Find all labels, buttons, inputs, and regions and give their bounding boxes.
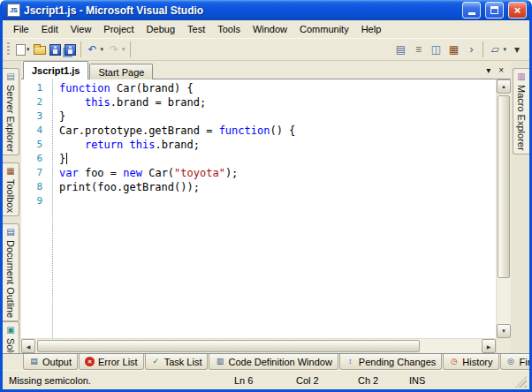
document-tab-start-page[interactable]: Start Page bbox=[89, 64, 153, 79]
scroll-up-icon[interactable]: ▲ bbox=[497, 79, 511, 94]
command-window-button[interactable]: › bbox=[462, 40, 480, 59]
menu-tools[interactable]: Tools bbox=[211, 21, 247, 37]
panel-tab-code-definition-window[interactable]: ▥Code Definition Window bbox=[209, 354, 338, 370]
panel-tab-pending-changes[interactable]: ↕Pending Changes bbox=[339, 354, 442, 370]
line-number[interactable]: 7 bbox=[21, 166, 49, 180]
menu-file[interactable]: File bbox=[7, 21, 35, 37]
line-number[interactable]: 4 bbox=[21, 124, 49, 138]
line-number[interactable]: 6 bbox=[21, 152, 49, 166]
line-number[interactable]: 2 bbox=[21, 95, 49, 109]
menu-view[interactable]: View bbox=[65, 21, 98, 37]
line-number[interactable]: 8 bbox=[21, 180, 49, 194]
document-tab-jscript1-js[interactable]: Jscript1.js bbox=[23, 61, 88, 79]
document-tabs: Jscript1.jsStart Page ▾ × bbox=[21, 61, 511, 79]
toolbar-options-button[interactable]: ▾ bbox=[508, 40, 526, 59]
maximize-button[interactable] bbox=[485, 2, 504, 19]
line-number[interactable]: 1 bbox=[21, 81, 49, 95]
code-segment: () { bbox=[270, 124, 295, 137]
left-tab-toolbox[interactable]: ▦Toolbox bbox=[3, 162, 19, 216]
panel-tab-output[interactable]: ▤Output bbox=[23, 354, 78, 370]
active-files-dropdown-icon[interactable]: ▾ bbox=[486, 66, 490, 75]
toolbar-grip[interactable] bbox=[7, 42, 10, 57]
title-bar[interactable]: JS Jscript1.js - Microsoft Visual Studio… bbox=[3, 0, 529, 20]
error-list-icon: × bbox=[85, 357, 95, 366]
menu-window[interactable]: Window bbox=[247, 21, 293, 37]
code-text: } bbox=[49, 109, 65, 124]
h-scroll-thumb[interactable] bbox=[37, 340, 420, 352]
code-line-8: 8print(foo.getBrand()); bbox=[21, 180, 496, 194]
panel-tab-find-sy[interactable]: ◎Find Sy bbox=[500, 354, 529, 370]
tab-label-server-explorer: Server Explorer bbox=[5, 85, 16, 152]
scroll-left-icon[interactable]: ◀ bbox=[21, 339, 35, 353]
pending-changes-icon: ↕ bbox=[346, 357, 355, 366]
menu-project[interactable]: Project bbox=[97, 21, 140, 37]
code-segment bbox=[59, 96, 85, 109]
code-line-1: 1function Car(brand) { bbox=[21, 81, 496, 95]
left-tab-solutio[interactable]: ▣Solutio bbox=[3, 321, 19, 353]
open-file-button[interactable] bbox=[32, 40, 48, 59]
menu-community[interactable]: Community bbox=[293, 21, 355, 37]
v-scroll-thumb[interactable] bbox=[498, 95, 510, 278]
toolbar-separator bbox=[483, 41, 483, 57]
code-line-7: 7var foo = new Car("toyota"); bbox=[21, 166, 496, 180]
panel-tab-label: Code Definition Window bbox=[228, 357, 331, 367]
panel-tab-task-list[interactable]: ✓Task List bbox=[145, 354, 209, 370]
close-document-icon[interactable]: × bbox=[498, 66, 504, 75]
line-number[interactable]: 3 bbox=[21, 109, 49, 124]
scroll-right-icon[interactable]: ▶ bbox=[482, 339, 496, 353]
dropdown-arrow-icon: ▾ bbox=[503, 46, 506, 53]
tab-controls: ▾ × bbox=[479, 61, 511, 79]
history-icon: ◷ bbox=[449, 357, 459, 366]
menu-debug[interactable]: Debug bbox=[141, 21, 181, 37]
redo-button[interactable]: ↷▾ bbox=[105, 40, 127, 59]
horizontal-scrollbar[interactable]: ◀ ▶ bbox=[21, 338, 496, 353]
undo-button[interactable]: ↶▾ bbox=[84, 40, 106, 59]
menu-help[interactable]: Help bbox=[355, 21, 388, 37]
code-segment: .brand; bbox=[155, 139, 200, 151]
properties-window-button[interactable]: ≡ bbox=[409, 40, 427, 59]
left-tab-server-explorer[interactable]: ▤Server Explorer bbox=[3, 68, 19, 155]
h-scroll-track[interactable] bbox=[36, 339, 481, 353]
code-area[interactable]: 1function Car(brand) {2 this.brand = bra… bbox=[21, 79, 496, 338]
close-icon: × bbox=[514, 4, 521, 16]
right-tab-macro-explorer[interactable]: ▥Macro Explorer bbox=[513, 68, 529, 155]
other-windows-button[interactable]: ▱▾ bbox=[486, 40, 508, 59]
text-caret bbox=[66, 153, 67, 164]
panel-tab-error-list[interactable]: ×Error List bbox=[79, 354, 144, 370]
close-button[interactable]: × bbox=[508, 2, 527, 19]
toolbox-button[interactable]: ▦ bbox=[445, 40, 462, 59]
output-icon: ▤ bbox=[29, 357, 39, 366]
left-tab-document-outline[interactable]: ▤Document Outline bbox=[3, 223, 19, 321]
menu-test[interactable]: Test bbox=[181, 21, 211, 37]
menu-edit[interactable]: Edit bbox=[35, 21, 65, 37]
scroll-down-icon[interactable]: ▼ bbox=[497, 324, 511, 338]
save-button[interactable] bbox=[48, 40, 63, 59]
code-segment: } bbox=[59, 153, 65, 165]
add-new-item-icon bbox=[16, 44, 26, 56]
status-column: Col 2 bbox=[296, 375, 358, 386]
bottom-panel-tabs: ▤Output×Error List✓Task List▥Code Defini… bbox=[3, 353, 529, 370]
object-browser-icon: ◫ bbox=[429, 42, 443, 57]
add-new-item-button[interactable]: ▾ bbox=[14, 40, 32, 59]
minimize-button[interactable] bbox=[462, 2, 481, 19]
dropdown-arrow-icon: ▾ bbox=[101, 46, 104, 53]
main-toolbar: ▾↶▾↷▾▤≡◫▦›▱▾▾ bbox=[3, 38, 529, 61]
panel-tab-label: Pending Changes bbox=[359, 357, 436, 367]
panel-tab-label: Task List bbox=[164, 357, 202, 367]
vertical-scrollbar[interactable]: ▲ ▼ bbox=[497, 79, 511, 338]
line-number[interactable]: 9 bbox=[21, 194, 49, 208]
v-scroll-track[interactable] bbox=[497, 94, 511, 323]
tab-label-toolbox: Toolbox bbox=[5, 179, 16, 213]
scrollbar-column: ▲ ▼ bbox=[496, 79, 511, 353]
object-browser-button[interactable]: ◫ bbox=[427, 40, 445, 59]
maximize-icon bbox=[490, 6, 498, 14]
save-all-button[interactable] bbox=[63, 40, 78, 59]
panel-tab-history[interactable]: ◷History bbox=[443, 354, 498, 370]
code-segment: function bbox=[59, 82, 110, 94]
jscript-file-icon: JS bbox=[7, 4, 20, 17]
resize-grip[interactable] bbox=[515, 376, 527, 388]
code-line-5: 5 return this.brand; bbox=[21, 138, 496, 152]
dropdown-arrow-icon: ▾ bbox=[122, 46, 125, 53]
line-number[interactable]: 5 bbox=[21, 138, 49, 152]
solution-explorer-button[interactable]: ▤ bbox=[391, 40, 409, 59]
